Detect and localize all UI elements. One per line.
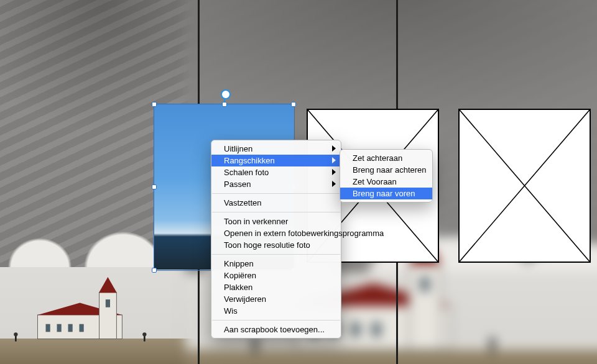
resize-handle-bottom-left[interactable] (152, 268, 157, 273)
menu-item-label: Zet achteraan (353, 153, 402, 163)
menu-separator (212, 254, 340, 255)
church-tower (99, 292, 117, 339)
menu-item-label: Openen in extern fotobewerkingsprogramma (224, 229, 384, 238)
menu-item-clear[interactable]: Wis (211, 305, 341, 317)
submenu-arrow-icon (332, 169, 336, 175)
submenu-item-send-backward[interactable]: Breng naar achteren (340, 164, 432, 176)
menu-item-label: Aan scrapbook toevoegen... (224, 325, 325, 334)
menu-item-label: Zet Vooraan (353, 177, 397, 186)
menu-item-delete[interactable]: Verwijderen (211, 293, 341, 305)
menu-item-scale-photo[interactable]: Schalen foto (211, 166, 341, 178)
menu-item-cut[interactable]: Knippen (211, 258, 341, 270)
menu-item-label: Toon in verkenner (224, 217, 288, 226)
menu-item-paste[interactable]: Plakken (211, 281, 341, 293)
context-menu[interactable]: Uitlijnen Rangschikken Schalen foto Pass… (211, 140, 341, 339)
menu-item-label: Knippen (224, 259, 254, 268)
placeholder-cross-icon (460, 110, 590, 262)
submenu-arrow-icon (332, 145, 336, 152)
resize-handle-top-right[interactable] (291, 102, 296, 107)
menu-item-label: Vastzetten (224, 198, 261, 207)
menu-separator (212, 193, 340, 194)
lamp-post (144, 335, 146, 342)
menu-item-fit[interactable]: Passen (211, 178, 341, 190)
menu-item-add-to-scrapbook[interactable]: Aan scrapbook toevoegen... (211, 324, 341, 335)
menu-item-label: Plakken (224, 283, 252, 292)
menu-item-copy[interactable]: Kopiëren (211, 270, 341, 281)
menu-item-label: Kopiëren (224, 271, 256, 280)
menu-item-lock[interactable]: Vastzetten (211, 197, 341, 209)
menu-item-label: Breng naar achteren (353, 165, 427, 175)
ground-band (0, 339, 199, 364)
resize-handle-top-middle[interactable] (222, 102, 227, 107)
image-placeholder[interactable] (458, 109, 591, 263)
menu-item-show-high-res[interactable]: Toon hoge resolutie foto (211, 239, 341, 251)
menu-item-label: Verwijderen (224, 294, 266, 304)
menu-item-label: Schalen foto (224, 168, 269, 177)
rotation-handle[interactable] (221, 89, 231, 99)
menu-item-open-external-editor[interactable]: Openen in extern fotobewerkingsprogramma (211, 227, 341, 239)
menu-item-label: Breng naar voren (353, 189, 415, 198)
submenu-arrow-icon (332, 181, 336, 187)
submenu-arrow-icon (332, 157, 336, 163)
layout-canvas[interactable]: Uitlijnen Rangschikken Schalen foto Pass… (0, 0, 597, 364)
menu-separator (212, 320, 340, 321)
resize-handle-middle-left[interactable] (152, 184, 157, 189)
menu-separator (212, 212, 340, 212)
menu-item-label: Toon hoge resolutie foto (224, 240, 310, 250)
menu-item-label: Passen (224, 180, 251, 189)
menu-item-align[interactable]: Uitlijnen (211, 143, 341, 155)
context-submenu-arrange[interactable]: Zet achteraan Breng naar achteren Zet Vo… (340, 149, 433, 202)
menu-item-label: Wis (224, 306, 238, 316)
menu-item-arrange[interactable]: Rangschikken (211, 155, 341, 166)
submenu-item-bring-to-front[interactable]: Zet Vooraan (340, 176, 432, 188)
menu-item-label: Uitlijnen (224, 144, 252, 153)
submenu-item-send-to-back[interactable]: Zet achteraan (340, 152, 432, 164)
menu-item-show-in-explorer[interactable]: Toon in verkenner (211, 216, 341, 227)
lamp-post (15, 335, 17, 342)
menu-item-label: Rangschikken (224, 156, 275, 165)
submenu-item-bring-forward[interactable]: Breng naar voren (340, 188, 432, 199)
resize-handle-top-left[interactable] (152, 102, 157, 107)
